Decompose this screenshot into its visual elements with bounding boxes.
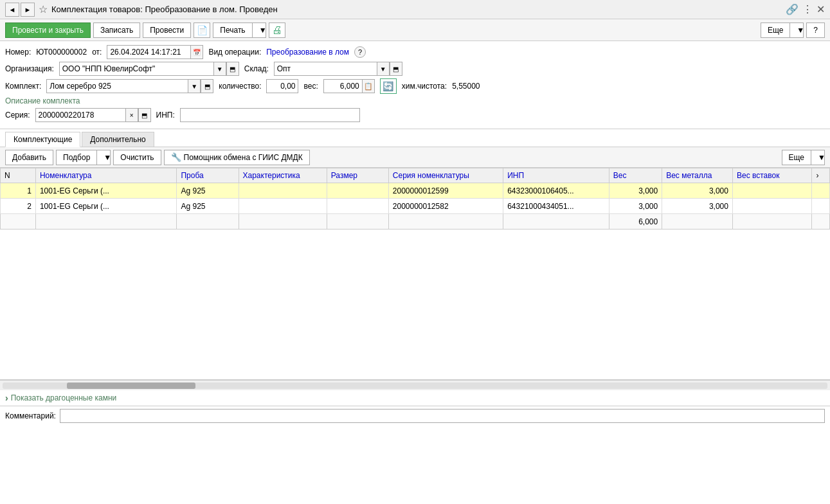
stones-arrow-icon: › <box>5 393 8 403</box>
more-icon[interactable]: ⋮ <box>802 3 813 15</box>
total-inp <box>503 214 609 230</box>
ochistit-button[interactable]: Очистить <box>113 150 161 165</box>
provesti-zakryt-button[interactable]: Провести и закрыть <box>5 22 91 38</box>
horizontal-scrollbar[interactable] <box>0 380 830 390</box>
sklad-link-button[interactable]: ⬒ <box>390 62 402 76</box>
total-ser <box>388 214 503 230</box>
table-cell <box>732 183 812 199</box>
table-cell: Ag 925 <box>177 183 239 199</box>
table-cell <box>327 199 388 214</box>
org-input[interactable] <box>59 62 213 76</box>
tab-dopolnitelno[interactable]: Дополнительно <box>82 132 154 147</box>
podbor-main-button[interactable]: Подбор <box>56 150 96 165</box>
col-header-n: N <box>1 168 36 183</box>
table-row[interactable]: 21001-EG Серьги (...Ag 92520000000125826… <box>1 199 830 214</box>
calendar-icon-button[interactable]: 📅 <box>190 45 203 59</box>
table-cell: 64323000106405... <box>503 183 609 199</box>
seriya-close-button[interactable]: × <box>125 108 138 122</box>
seriya-label: Серия: <box>5 111 30 120</box>
scrollbar-track[interactable] <box>3 382 827 389</box>
seriya-link-button[interactable]: ⬒ <box>138 108 151 122</box>
doc-icon-button[interactable]: 📄 <box>194 22 210 38</box>
refresh-button[interactable]: 🔄 <box>380 78 397 94</box>
export-icon-button[interactable]: 🖨 <box>269 22 285 38</box>
total-row: 6,000 <box>1 214 830 230</box>
date-input[interactable] <box>107 45 190 59</box>
description-link[interactable]: Описание комплекта <box>5 96 80 105</box>
operation-link[interactable]: Преобразование в лом <box>266 48 349 57</box>
tab-komplektuyuschie[interactable]: Комплектующие <box>5 132 80 147</box>
table-cell: 3,000 <box>662 199 733 214</box>
table-cell: 3,000 <box>662 183 733 199</box>
stones-link[interactable]: Показать драгоценные камни <box>11 393 117 402</box>
org-field-group: ▼ ⬒ <box>59 62 239 76</box>
table-cell <box>812 199 830 214</box>
zapisat-button[interactable]: Записать <box>93 22 140 38</box>
total-n <box>1 214 36 230</box>
total-vesm <box>662 214 733 230</box>
nav-back-button[interactable]: ◄ <box>5 3 19 17</box>
help-toolbar-button[interactable]: ? <box>806 22 825 38</box>
table-cell: 2 <box>1 199 36 214</box>
table-row[interactable]: 11001-EG Серьги (...Ag 92520000000125996… <box>1 183 830 199</box>
seriya-field-group: × ⬒ <box>35 108 151 122</box>
operation-label: Вид операции: <box>208 48 261 57</box>
inp-input[interactable] <box>180 108 360 122</box>
link-icon[interactable]: 🔗 <box>786 3 798 15</box>
komplekt-link-button[interactable]: ⬒ <box>201 79 213 93</box>
kolvo-input[interactable] <box>266 79 298 93</box>
eshe-arrow-button[interactable]: ▼ <box>789 22 804 38</box>
form-row-2: Организация: ▼ ⬒ Склад: ▼ ⬒ <box>5 62 825 76</box>
operation-help-button[interactable]: ? <box>354 46 366 58</box>
scrollbar-thumb[interactable] <box>67 382 195 389</box>
col-header-more: › <box>812 168 830 183</box>
total-proba <box>177 214 239 230</box>
giis-button[interactable]: 🔧 Помощник обмена с ГИИС ДМДК <box>164 150 310 165</box>
date-label: от: <box>92 48 102 57</box>
table-cell: 2000000012582 <box>388 199 503 214</box>
title-bar: ◄ ► ☆ Комплектация товаров: Преобразован… <box>0 0 830 19</box>
star-icon[interactable]: ☆ <box>39 3 48 15</box>
pechat-main-button[interactable]: Печать <box>213 22 251 38</box>
page-title: Комплектация товаров: Преобразование в л… <box>51 4 278 14</box>
podbor-arrow-button[interactable]: ▼ <box>96 150 111 165</box>
comment-input[interactable] <box>60 409 825 423</box>
ves-label: вес: <box>303 82 318 91</box>
table-cell <box>239 199 327 214</box>
col-header-char: Характеристика <box>239 168 327 183</box>
dobavit-button[interactable]: Добавить <box>5 150 53 165</box>
org-link-button[interactable]: ⬒ <box>226 62 239 76</box>
tabs-bar: Комплектующие Дополнительно <box>0 129 830 147</box>
pechat-arrow-button[interactable]: ▼ <box>252 22 266 38</box>
description-row: Описание комплекта <box>5 96 825 105</box>
table-eshe-main-button[interactable]: Еще <box>782 150 811 165</box>
table-cell <box>239 183 327 199</box>
table-eshe-split-button: Еще ▼ <box>782 150 825 165</box>
table-body: 11001-EG Серьги (...Ag 92520000000125996… <box>1 183 830 214</box>
table-footer: 6,000 <box>1 214 830 230</box>
sklad-dropdown-button[interactable]: ▼ <box>377 62 390 76</box>
form-row-3: Комплект: ▼ ⬒ количество: вес: 📋 🔄 хим.ч… <box>5 78 825 94</box>
seriya-input[interactable] <box>35 108 125 122</box>
total-razm <box>327 214 388 230</box>
provesti-button[interactable]: Провести <box>143 22 191 38</box>
komplekt-input[interactable] <box>46 79 188 93</box>
data-table: N Номенклатура Проба Характеристика Разм… <box>0 168 830 230</box>
total-more <box>812 214 830 230</box>
table-toolbar-right: Еще ▼ <box>782 150 825 165</box>
komplekt-dropdown-button[interactable]: ▼ <box>188 79 201 93</box>
sklad-field-group: ▼ ⬒ <box>274 62 402 76</box>
org-dropdown-button[interactable]: ▼ <box>213 62 226 76</box>
eshe-main-button[interactable]: Еще <box>761 22 789 38</box>
col-header-proba: Проба <box>177 168 239 183</box>
col-header-ser: Серия номенклатуры <box>388 168 503 183</box>
table-eshe-arrow-button[interactable]: ▼ <box>811 150 825 165</box>
sklad-input[interactable] <box>274 62 377 76</box>
total-char <box>239 214 327 230</box>
close-icon[interactable]: ✕ <box>816 3 825 15</box>
ves-icon-button[interactable]: 📋 <box>362 79 375 93</box>
nav-forward-button[interactable]: ► <box>21 3 35 17</box>
stones-row: › Показать драгоценные камни <box>0 390 830 406</box>
ves-input[interactable] <box>323 79 362 93</box>
table-cell <box>327 183 388 199</box>
